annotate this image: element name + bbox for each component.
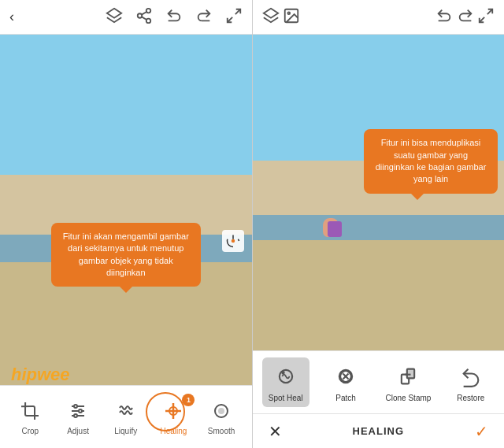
restore-tool[interactable]: Restore: [447, 357, 495, 407]
right-top-icons: [262, 7, 300, 28]
svg-line-5: [141, 11, 146, 14]
left-panel: ‹: [0, 0, 252, 448]
svg-point-3: [146, 18, 150, 22]
redo-icon-right[interactable]: [457, 13, 477, 27]
healing-tool[interactable]: 1 Healing: [154, 398, 193, 435]
spot-heal-tool[interactable]: Spot Heal: [262, 357, 309, 407]
share-icon[interactable]: [135, 7, 153, 28]
expand-icon[interactable]: [225, 7, 243, 28]
crop-tool[interactable]: Crop: [10, 398, 50, 435]
redo-icon[interactable]: [195, 7, 213, 28]
liquify-label: Liquify: [114, 427, 137, 435]
confirm-button[interactable]: ✓: [475, 422, 488, 441]
healing-badge: 1: [182, 394, 195, 406]
action-bar: ✕ HEALING ✓: [253, 413, 505, 448]
restore-icon: [457, 362, 485, 391]
clone-stamp-icon: [394, 362, 422, 391]
right-top-bar: [253, 0, 505, 35]
svg-point-2: [137, 13, 142, 18]
svg-line-4: [141, 17, 146, 20]
tooltip-clone-stamp: Fitur ini bisa menduplikasi suatu gambar…: [364, 129, 498, 194]
spot-heal-label: Spot Heal: [269, 394, 303, 402]
right-panel: Fitur ini bisa menduplikasi suatu gambar…: [253, 0, 505, 448]
tooltip-spot-heal: Fitur ini akan mengambil gambar dari sek…: [51, 223, 201, 287]
svg-point-8: [231, 239, 235, 243]
adjust-tool[interactable]: Adjust: [58, 398, 98, 435]
svg-point-13: [74, 405, 77, 408]
layers-icon-right[interactable]: [262, 13, 283, 27]
back-button[interactable]: ‹: [9, 9, 14, 25]
restore-label: Restore: [457, 394, 484, 402]
left-top-icons: [106, 7, 243, 28]
layers-icon[interactable]: [106, 7, 123, 28]
heal-brush-cursor: [222, 230, 244, 252]
smooth-icon: [209, 398, 234, 424]
svg-line-7: [227, 17, 232, 21]
undo-icon[interactable]: [165, 7, 183, 28]
svg-point-18: [218, 408, 224, 414]
expand-icon-right[interactable]: [477, 13, 495, 27]
svg-point-1: [146, 8, 150, 13]
healing-title: HEALING: [353, 425, 405, 437]
smooth-tool[interactable]: Smooth: [202, 398, 241, 435]
svg-point-25: [282, 372, 284, 373]
crop-icon: [17, 398, 43, 424]
liquify-icon: [113, 398, 139, 424]
hipwee-logo: hipwee: [11, 365, 70, 385]
patch-tool[interactable]: Patch: [322, 357, 369, 407]
svg-marker-19: [263, 8, 277, 17]
clone-stamp-tool[interactable]: Clone Stamp: [383, 357, 435, 407]
beach-scene-left: [0, 35, 252, 385]
svg-rect-30: [407, 369, 414, 379]
svg-point-21: [287, 12, 290, 14]
left-toolbar: Crop Adjust: [0, 385, 252, 448]
svg-line-6: [235, 9, 239, 13]
patch-label: Patch: [335, 394, 356, 402]
undo-icon-right[interactable]: [435, 13, 456, 27]
left-image-area: Fitur ini akan mengambil gambar dari sek…: [0, 35, 252, 385]
svg-point-15: [74, 414, 77, 417]
svg-marker-0: [106, 8, 120, 17]
left-top-bar: ‹: [0, 0, 252, 35]
spot-heal-icon: [272, 362, 300, 391]
svg-line-23: [480, 17, 484, 21]
right-top-right-icons: [435, 7, 495, 28]
cancel-button[interactable]: ✕: [269, 422, 282, 441]
clone-stamp-label: Clone Stamp: [386, 394, 432, 402]
svg-point-14: [79, 409, 82, 413]
smooth-label: Smooth: [208, 427, 235, 435]
patch-icon: [332, 362, 360, 391]
crop-label: Crop: [22, 427, 39, 435]
right-image-area: Fitur ini bisa menduplikasi suatu gambar…: [253, 35, 505, 350]
photo-icon[interactable]: [283, 13, 300, 27]
adjust-label: Adjust: [67, 427, 89, 435]
liquify-tool[interactable]: Liquify: [106, 398, 146, 435]
adjust-icon: [65, 398, 91, 424]
svg-line-22: [487, 9, 492, 13]
healing-label: Healing: [160, 427, 187, 435]
heal-tools-bar: Spot Heal Patch: [253, 350, 505, 413]
